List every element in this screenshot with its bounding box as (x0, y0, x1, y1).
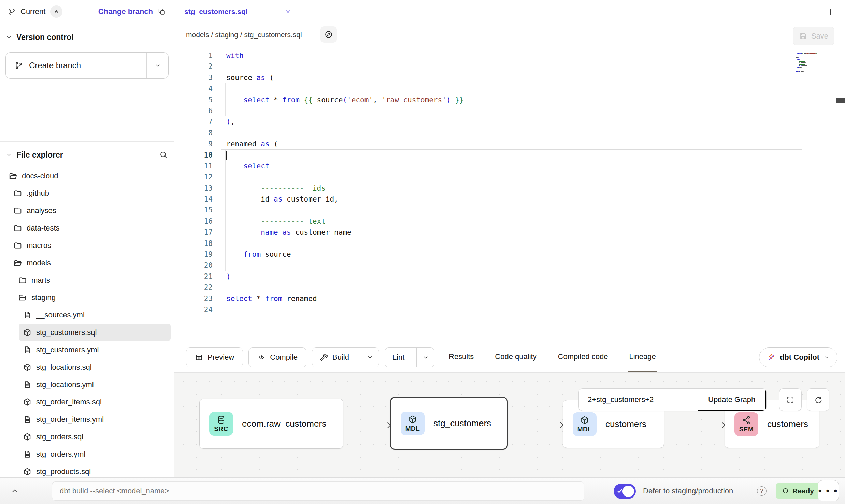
preview-button[interactable]: Preview (186, 347, 243, 367)
command-input[interactable] (52, 481, 584, 501)
section-divider (0, 141, 174, 142)
file-item-stg_customers.sql[interactable]: stg_customers.sql (19, 324, 171, 341)
new-tab-button[interactable] (822, 5, 839, 19)
lineage-node-ecom.raw_customers[interactable]: SRCecom.raw_customers (199, 399, 343, 449)
file-item-stg_order_items.sql[interactable]: stg_order_items.sql (0, 393, 174, 411)
line-number: 13 (174, 183, 213, 194)
search-icon[interactable] (159, 150, 168, 159)
defer-toggle[interactable] (614, 484, 636, 499)
overflow-menu-button[interactable]: ● ● ● (818, 480, 839, 501)
create-branch-dropdown[interactable] (146, 53, 168, 78)
copilot-compass-button[interactable] (320, 26, 337, 43)
panel-tab-lineage[interactable]: Lineage (628, 342, 657, 372)
panel-tab-compiled-code[interactable]: Compiled code (557, 342, 610, 372)
file-item-label: stg_customers.yml (36, 345, 99, 354)
statusbar-divider (46, 478, 46, 504)
line-number: 7 (174, 116, 213, 127)
save-button[interactable]: Save (793, 27, 834, 45)
lineage-node-stg_customers[interactable]: MDLstg_customers (390, 397, 508, 450)
file-item-data-tests[interactable]: data-tests (0, 219, 174, 237)
refresh-button[interactable] (807, 388, 829, 411)
file-item-stg_products.sql[interactable]: stg_products.sql (0, 463, 174, 477)
compile-button[interactable]: Compile (248, 347, 306, 367)
node-badge-src: SRC (209, 412, 233, 436)
version-control-header[interactable]: Version control (5, 29, 73, 45)
lint-label: Lint (392, 353, 404, 362)
code-line-20 (226, 260, 464, 271)
line-number: 14 (174, 194, 213, 205)
file-item-analyses[interactable]: analyses (0, 202, 174, 219)
current-branch-label: Current (20, 7, 45, 16)
folder-open-icon (13, 258, 22, 267)
file-item-staging[interactable]: staging (0, 289, 174, 306)
code-line-11: select (226, 161, 464, 172)
save-label: Save (811, 32, 828, 41)
update-graph-label: Update Graph (708, 395, 755, 404)
file-item-__sources.yml[interactable]: __sources.yml (0, 306, 174, 324)
build-dropdown[interactable] (361, 348, 379, 367)
file-item-label: analyses (27, 206, 56, 215)
file-item-macros[interactable]: macros (0, 237, 174, 254)
code-editor[interactable]: 123456789101112131415161718192021222324 … (174, 46, 845, 342)
change-branch-link[interactable]: Change branch (98, 7, 153, 16)
file-item-models[interactable]: models (0, 254, 174, 271)
line-number: 10 (174, 150, 213, 161)
node-badge-label: SRC (214, 425, 228, 433)
line-number: 16 (174, 216, 213, 227)
file-item-label: stg_orders.yml (36, 450, 85, 459)
line-number-gutter: 123456789101112131415161718192021222324 (174, 50, 213, 315)
file-item-marts[interactable]: marts (0, 271, 174, 289)
lint-button[interactable]: Lint (385, 348, 412, 367)
file-item-stg_customers.yml[interactable]: stg_customers.yml (0, 341, 174, 358)
scrollbar-thumb[interactable] (836, 98, 845, 103)
lineage-canvas[interactable]: SRCecom.raw_customersMDLstg_customersMDL… (174, 372, 845, 477)
folder-open-icon (9, 172, 17, 180)
help-icon[interactable]: ? (757, 486, 767, 496)
defer-label: Defer to staging/production (643, 478, 733, 504)
line-number: 5 (174, 94, 213, 105)
code-line-17: name as customer_name (226, 227, 464, 238)
code-icon (257, 353, 266, 361)
file-item-docs-cloud[interactable]: docs-cloud (0, 167, 174, 184)
panel-tab-results[interactable]: Results (447, 342, 475, 372)
file-explorer-header[interactable]: File explorer (5, 145, 168, 164)
cube-icon (580, 415, 589, 425)
copy-icon[interactable] (158, 8, 166, 16)
node-badge-label: MDL (577, 426, 592, 433)
create-branch-main[interactable]: Create branch (6, 53, 146, 78)
node-label: ecom.raw_customers (242, 418, 326, 429)
tab-stg-customers-sql[interactable]: stg_customers.sql (175, 0, 300, 23)
file-item-stg_order_items.yml[interactable]: stg_order_items.yml (0, 411, 174, 428)
code-line-12 (226, 172, 464, 182)
panel-tab-code-quality[interactable]: Code quality (493, 342, 538, 372)
close-icon[interactable] (285, 9, 291, 15)
build-button[interactable]: Build (312, 348, 357, 367)
plus-icon (826, 8, 835, 16)
file-item-stg_locations.sql[interactable]: stg_locations.sql (0, 358, 174, 376)
minimap[interactable] (796, 49, 825, 73)
code-line-3: source as ( (226, 72, 464, 83)
lint-dropdown[interactable] (416, 348, 434, 367)
file-item-label: stg_locations.yml (36, 380, 94, 389)
create-branch-button[interactable]: Create branch (5, 52, 169, 79)
dbt-copilot-button[interactable]: dbt Copilot (759, 347, 837, 367)
code-line-5: select * from {{ source('ecom', 'raw_cus… (226, 94, 464, 105)
code-content[interactable]: withsource as ( select * from {{ source(… (226, 50, 464, 315)
file-item-label: stg_order_items.yml (36, 415, 104, 424)
chevron-up-icon[interactable] (10, 487, 19, 495)
code-line-13: ---------- ids (226, 183, 464, 194)
update-graph-button[interactable]: Update Graph (698, 389, 766, 411)
file-item-stg_orders.yml[interactable]: stg_orders.yml (0, 445, 174, 463)
fullscreen-button[interactable] (779, 388, 802, 411)
toolbar-buttons: Preview Compile Build (186, 347, 434, 367)
file-item-.github[interactable]: .github (0, 184, 174, 202)
code-line-10 (226, 150, 464, 161)
line-number: 8 (174, 128, 213, 138)
version-control-title: Version control (16, 33, 73, 42)
file-item-stg_locations.yml[interactable]: stg_locations.yml (0, 376, 174, 393)
lock-icon (54, 9, 59, 14)
lineage-selector-input[interactable] (579, 389, 698, 411)
file-item-stg_orders.sql[interactable]: stg_orders.sql (0, 428, 174, 445)
code-line-15 (226, 205, 464, 216)
refresh-icon (814, 395, 822, 404)
